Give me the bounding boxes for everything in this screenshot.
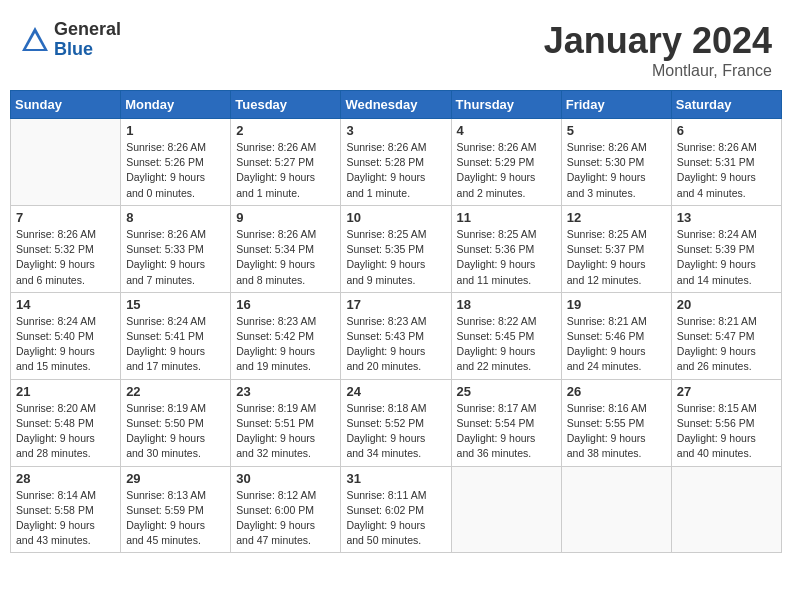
calendar-cell	[561, 466, 671, 553]
day-info: Sunrise: 8:26 AMSunset: 5:29 PMDaylight:…	[457, 140, 556, 201]
calendar-cell: 23Sunrise: 8:19 AMSunset: 5:51 PMDayligh…	[231, 379, 341, 466]
calendar-cell: 14Sunrise: 8:24 AMSunset: 5:40 PMDayligh…	[11, 292, 121, 379]
logo-general-text: General	[54, 20, 121, 40]
day-number: 16	[236, 297, 335, 312]
day-number: 25	[457, 384, 556, 399]
calendar-cell: 26Sunrise: 8:16 AMSunset: 5:55 PMDayligh…	[561, 379, 671, 466]
calendar-table: SundayMondayTuesdayWednesdayThursdayFrid…	[10, 90, 782, 553]
day-info: Sunrise: 8:24 AMSunset: 5:41 PMDaylight:…	[126, 314, 225, 375]
day-info: Sunrise: 8:26 AMSunset: 5:32 PMDaylight:…	[16, 227, 115, 288]
calendar-cell: 25Sunrise: 8:17 AMSunset: 5:54 PMDayligh…	[451, 379, 561, 466]
weekday-header-friday: Friday	[561, 91, 671, 119]
logo-text: General Blue	[54, 20, 121, 60]
day-number: 13	[677, 210, 776, 225]
day-number: 30	[236, 471, 335, 486]
day-number: 6	[677, 123, 776, 138]
day-number: 28	[16, 471, 115, 486]
day-info: Sunrise: 8:25 AMSunset: 5:36 PMDaylight:…	[457, 227, 556, 288]
calendar-cell: 21Sunrise: 8:20 AMSunset: 5:48 PMDayligh…	[11, 379, 121, 466]
day-info: Sunrise: 8:19 AMSunset: 5:51 PMDaylight:…	[236, 401, 335, 462]
day-info: Sunrise: 8:26 AMSunset: 5:30 PMDaylight:…	[567, 140, 666, 201]
logo-icon	[20, 25, 50, 55]
week-row-2: 7Sunrise: 8:26 AMSunset: 5:32 PMDaylight…	[11, 205, 782, 292]
day-number: 10	[346, 210, 445, 225]
day-number: 23	[236, 384, 335, 399]
day-number: 11	[457, 210, 556, 225]
day-info: Sunrise: 8:24 AMSunset: 5:39 PMDaylight:…	[677, 227, 776, 288]
day-number: 26	[567, 384, 666, 399]
day-info: Sunrise: 8:23 AMSunset: 5:42 PMDaylight:…	[236, 314, 335, 375]
day-info: Sunrise: 8:11 AMSunset: 6:02 PMDaylight:…	[346, 488, 445, 549]
day-number: 1	[126, 123, 225, 138]
calendar-cell	[451, 466, 561, 553]
day-number: 8	[126, 210, 225, 225]
day-info: Sunrise: 8:22 AMSunset: 5:45 PMDaylight:…	[457, 314, 556, 375]
calendar-cell: 12Sunrise: 8:25 AMSunset: 5:37 PMDayligh…	[561, 205, 671, 292]
month-title: January 2024	[544, 20, 772, 62]
calendar-cell: 29Sunrise: 8:13 AMSunset: 5:59 PMDayligh…	[121, 466, 231, 553]
week-row-1: 1Sunrise: 8:26 AMSunset: 5:26 PMDaylight…	[11, 119, 782, 206]
calendar-cell: 4Sunrise: 8:26 AMSunset: 5:29 PMDaylight…	[451, 119, 561, 206]
calendar-cell: 20Sunrise: 8:21 AMSunset: 5:47 PMDayligh…	[671, 292, 781, 379]
week-row-5: 28Sunrise: 8:14 AMSunset: 5:58 PMDayligh…	[11, 466, 782, 553]
calendar-cell: 10Sunrise: 8:25 AMSunset: 5:35 PMDayligh…	[341, 205, 451, 292]
calendar-cell: 2Sunrise: 8:26 AMSunset: 5:27 PMDaylight…	[231, 119, 341, 206]
calendar-cell: 28Sunrise: 8:14 AMSunset: 5:58 PMDayligh…	[11, 466, 121, 553]
day-number: 9	[236, 210, 335, 225]
day-number: 22	[126, 384, 225, 399]
calendar-cell: 3Sunrise: 8:26 AMSunset: 5:28 PMDaylight…	[341, 119, 451, 206]
day-info: Sunrise: 8:26 AMSunset: 5:28 PMDaylight:…	[346, 140, 445, 201]
day-number: 3	[346, 123, 445, 138]
calendar-cell: 9Sunrise: 8:26 AMSunset: 5:34 PMDaylight…	[231, 205, 341, 292]
calendar-cell	[671, 466, 781, 553]
day-info: Sunrise: 8:26 AMSunset: 5:34 PMDaylight:…	[236, 227, 335, 288]
day-number: 7	[16, 210, 115, 225]
calendar-cell: 31Sunrise: 8:11 AMSunset: 6:02 PMDayligh…	[341, 466, 451, 553]
day-info: Sunrise: 8:15 AMSunset: 5:56 PMDaylight:…	[677, 401, 776, 462]
day-number: 27	[677, 384, 776, 399]
day-info: Sunrise: 8:14 AMSunset: 5:58 PMDaylight:…	[16, 488, 115, 549]
weekday-header-thursday: Thursday	[451, 91, 561, 119]
day-info: Sunrise: 8:20 AMSunset: 5:48 PMDaylight:…	[16, 401, 115, 462]
calendar-cell: 22Sunrise: 8:19 AMSunset: 5:50 PMDayligh…	[121, 379, 231, 466]
weekday-header-wednesday: Wednesday	[341, 91, 451, 119]
day-info: Sunrise: 8:24 AMSunset: 5:40 PMDaylight:…	[16, 314, 115, 375]
calendar-cell: 6Sunrise: 8:26 AMSunset: 5:31 PMDaylight…	[671, 119, 781, 206]
day-number: 24	[346, 384, 445, 399]
calendar-cell: 27Sunrise: 8:15 AMSunset: 5:56 PMDayligh…	[671, 379, 781, 466]
day-info: Sunrise: 8:26 AMSunset: 5:26 PMDaylight:…	[126, 140, 225, 201]
calendar-cell: 19Sunrise: 8:21 AMSunset: 5:46 PMDayligh…	[561, 292, 671, 379]
day-info: Sunrise: 8:21 AMSunset: 5:46 PMDaylight:…	[567, 314, 666, 375]
calendar-cell: 1Sunrise: 8:26 AMSunset: 5:26 PMDaylight…	[121, 119, 231, 206]
day-info: Sunrise: 8:25 AMSunset: 5:37 PMDaylight:…	[567, 227, 666, 288]
weekday-header-tuesday: Tuesday	[231, 91, 341, 119]
day-info: Sunrise: 8:19 AMSunset: 5:50 PMDaylight:…	[126, 401, 225, 462]
calendar-cell: 18Sunrise: 8:22 AMSunset: 5:45 PMDayligh…	[451, 292, 561, 379]
weekday-header-saturday: Saturday	[671, 91, 781, 119]
weekday-header-monday: Monday	[121, 91, 231, 119]
day-info: Sunrise: 8:16 AMSunset: 5:55 PMDaylight:…	[567, 401, 666, 462]
calendar-header-row: SundayMondayTuesdayWednesdayThursdayFrid…	[11, 91, 782, 119]
calendar-cell: 16Sunrise: 8:23 AMSunset: 5:42 PMDayligh…	[231, 292, 341, 379]
day-info: Sunrise: 8:26 AMSunset: 5:31 PMDaylight:…	[677, 140, 776, 201]
day-info: Sunrise: 8:25 AMSunset: 5:35 PMDaylight:…	[346, 227, 445, 288]
title-block: January 2024 Montlaur, France	[544, 20, 772, 80]
calendar-cell: 17Sunrise: 8:23 AMSunset: 5:43 PMDayligh…	[341, 292, 451, 379]
day-number: 20	[677, 297, 776, 312]
day-info: Sunrise: 8:21 AMSunset: 5:47 PMDaylight:…	[677, 314, 776, 375]
day-number: 4	[457, 123, 556, 138]
calendar-cell: 24Sunrise: 8:18 AMSunset: 5:52 PMDayligh…	[341, 379, 451, 466]
day-number: 5	[567, 123, 666, 138]
day-info: Sunrise: 8:12 AMSunset: 6:00 PMDaylight:…	[236, 488, 335, 549]
day-number: 19	[567, 297, 666, 312]
week-row-3: 14Sunrise: 8:24 AMSunset: 5:40 PMDayligh…	[11, 292, 782, 379]
day-number: 21	[16, 384, 115, 399]
day-number: 18	[457, 297, 556, 312]
day-info: Sunrise: 8:26 AMSunset: 5:33 PMDaylight:…	[126, 227, 225, 288]
day-number: 2	[236, 123, 335, 138]
week-row-4: 21Sunrise: 8:20 AMSunset: 5:48 PMDayligh…	[11, 379, 782, 466]
day-info: Sunrise: 8:13 AMSunset: 5:59 PMDaylight:…	[126, 488, 225, 549]
calendar-cell	[11, 119, 121, 206]
day-number: 29	[126, 471, 225, 486]
day-info: Sunrise: 8:23 AMSunset: 5:43 PMDaylight:…	[346, 314, 445, 375]
